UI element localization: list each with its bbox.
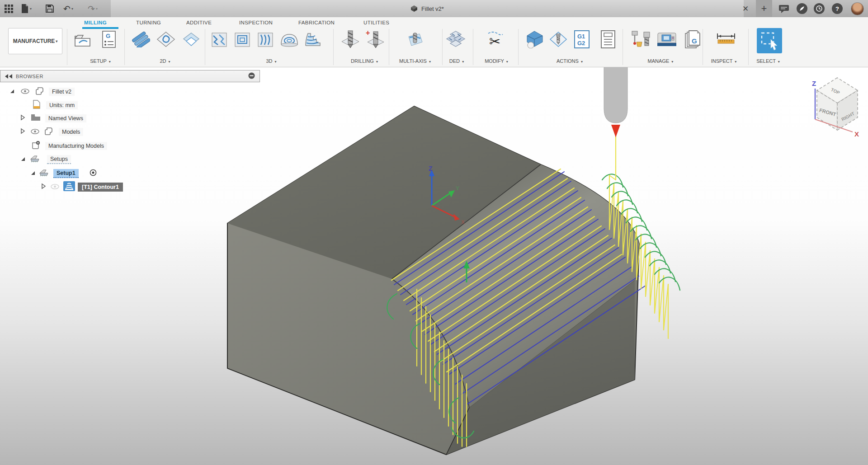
tree-item-label-highlighted[interactable]: [T1] Contour1: [78, 183, 123, 192]
setup-icon: [39, 169, 50, 178]
select-tool-icon[interactable]: [757, 28, 782, 53]
workspace-selector[interactable]: MANUFACTURE▾: [8, 28, 62, 54]
save-icon[interactable]: [45, 3, 54, 14]
modify-trim-icon[interactable]: ✂: [485, 29, 506, 50]
drill-add-icon[interactable]: +: [364, 29, 385, 50]
tree-item-label[interactable]: Setups: [47, 155, 71, 164]
tree-item-units[interactable]: Units: mm: [0, 99, 260, 111]
multi-axis-icon[interactable]: [404, 29, 425, 50]
comments-icon[interactable]: [778, 3, 789, 14]
tree-item-manufacturing-models[interactable]: Manufacturing Models: [0, 140, 260, 152]
avatar[interactable]: [851, 3, 864, 14]
app-grid-icon[interactable]: [4, 3, 14, 14]
3d-steep-shallow-icon[interactable]: [302, 29, 323, 50]
add-tab-icon[interactable]: +: [756, 0, 772, 17]
group-label-select[interactable]: SELECT ▾: [736, 58, 800, 64]
group-label-3d[interactable]: 3D ▾: [240, 58, 303, 64]
browser-panel-title: BROWSER: [16, 74, 43, 79]
visibility-eye-icon[interactable]: [21, 88, 29, 96]
tree-item-label[interactable]: Named Views: [45, 114, 86, 122]
panel-display-toggle-icon[interactable]: [248, 72, 255, 80]
tab-turning[interactable]: TURNING: [136, 20, 161, 25]
visibility-eye-icon-dimmed[interactable]: [51, 183, 59, 191]
machine-library-icon[interactable]: [656, 29, 677, 50]
close-tab-icon[interactable]: ✕: [742, 3, 749, 14]
tree-item-setup1[interactable]: Setup1: [0, 168, 260, 179]
tree-item-label[interactable]: Units: mm: [46, 101, 78, 109]
redo-icon[interactable]: ↷▾: [88, 3, 98, 14]
3d-parallel-icon[interactable]: [255, 29, 276, 50]
collapse-panel-icon[interactable]: [4, 74, 13, 79]
viewcube-z-axis-label: Z: [812, 80, 816, 87]
group-label-2d[interactable]: 2D ▾: [133, 58, 197, 64]
job-status-clock-icon[interactable]: [814, 3, 825, 14]
triad-y-label: Y: [456, 185, 459, 192]
browser-panel-header[interactable]: BROWSER: [0, 70, 260, 82]
help-icon[interactable]: ?: [832, 3, 843, 14]
simulate-icon[interactable]: [524, 29, 545, 50]
tab-inspection[interactable]: INSPECTION: [239, 20, 273, 25]
expanded-triangle-icon[interactable]: [9, 88, 15, 96]
group-label-modify[interactable]: MODIFY ▾: [465, 58, 528, 64]
svg-text:✂: ✂: [489, 34, 500, 49]
2d-face-icon[interactable]: [181, 29, 202, 50]
tree-item-label[interactable]: Models: [59, 128, 83, 136]
svg-text:+: +: [366, 30, 370, 37]
2d-pocket-icon[interactable]: [156, 29, 176, 50]
ribbon-toolbar: MILLING TURNING ADDITIVE INSPECTION FABR…: [0, 17, 868, 67]
collapsed-triangle-icon[interactable]: [20, 114, 25, 122]
manufacturing-model-icon: [32, 141, 41, 151]
extensions-icon[interactable]: [797, 3, 807, 14]
collapsed-triangle-icon[interactable]: [41, 183, 46, 191]
svg-text:G2: G2: [577, 40, 585, 47]
setup-sheet-icon[interactable]: [598, 29, 618, 50]
undo-icon[interactable]: ↶▾: [63, 3, 73, 14]
component-cube-icon: [35, 87, 44, 97]
gcode-document-icon[interactable]: G: [99, 29, 119, 50]
component-cube-icon: [44, 127, 53, 137]
cutting-tool: [604, 67, 627, 137]
title-bar: ▾ ↶▾ ↷▾ Fillet v2* ✕ + ?: [0, 0, 868, 17]
triad-z-label: Z: [429, 165, 433, 172]
post-process-icon[interactable]: [548, 29, 569, 50]
tree-item-root[interactable]: Fillet v2: [0, 86, 260, 98]
3d-adaptive-icon[interactable]: [209, 29, 230, 50]
tree-item-label[interactable]: Manufacturing Models: [45, 142, 107, 150]
3d-pocket-icon[interactable]: [232, 29, 253, 50]
tool-tip: [611, 125, 620, 137]
group-label-setup[interactable]: SETUP ▾: [69, 58, 132, 64]
tree-item-setups[interactable]: Setups: [0, 154, 260, 165]
tab-milling[interactable]: MILLING: [84, 20, 107, 25]
tab-additive[interactable]: ADDITIVE: [186, 20, 212, 25]
tab-fabrication[interactable]: FABRICATION: [298, 20, 335, 25]
units-document-icon: [33, 100, 41, 111]
svg-text:G: G: [692, 37, 697, 45]
tree-item-models[interactable]: Models: [0, 126, 260, 138]
active-setup-radio-icon[interactable]: [90, 169, 97, 178]
file-menu-icon[interactable]: ▾: [21, 3, 32, 14]
templates-icon[interactable]: G: [683, 29, 703, 50]
tree-item-contour1[interactable]: [T1] Contour1: [0, 181, 260, 193]
tree-item-named-views[interactable]: Named Views: [0, 113, 260, 124]
group-label-actions[interactable]: ACTIONS ▾: [538, 58, 601, 64]
tab-utilities[interactable]: UTILITIES: [363, 20, 389, 25]
view-cube: TOP FRONT RIGHT Z X: [812, 78, 859, 138]
visibility-eye-icon[interactable]: [31, 128, 39, 136]
expanded-triangle-icon[interactable]: [20, 155, 26, 164]
tree-item-label-selected[interactable]: Setup1: [53, 169, 79, 178]
tree-item-label[interactable]: Fillet v2: [49, 88, 75, 96]
document-tab[interactable]: Fillet v2*: [111, 0, 744, 17]
viewcube-x-axis-label: X: [854, 130, 859, 138]
drill-icon[interactable]: [340, 29, 361, 50]
group-label-manage[interactable]: MANAGE ▾: [629, 58, 692, 64]
2d-adaptive-icon[interactable]: [130, 29, 151, 50]
ded-icon[interactable]: [445, 29, 466, 50]
g1g2-editor-icon[interactable]: G1 G2: [571, 29, 592, 50]
tool-library-icon[interactable]: [629, 29, 654, 50]
3d-scallop-icon[interactable]: [279, 29, 300, 50]
collapsed-triangle-icon[interactable]: [20, 128, 25, 136]
expanded-triangle-icon[interactable]: [30, 169, 36, 178]
inspect-measure-icon[interactable]: [716, 29, 736, 50]
new-setup-icon[interactable]: [72, 29, 93, 50]
document-cube-icon: [410, 5, 418, 12]
